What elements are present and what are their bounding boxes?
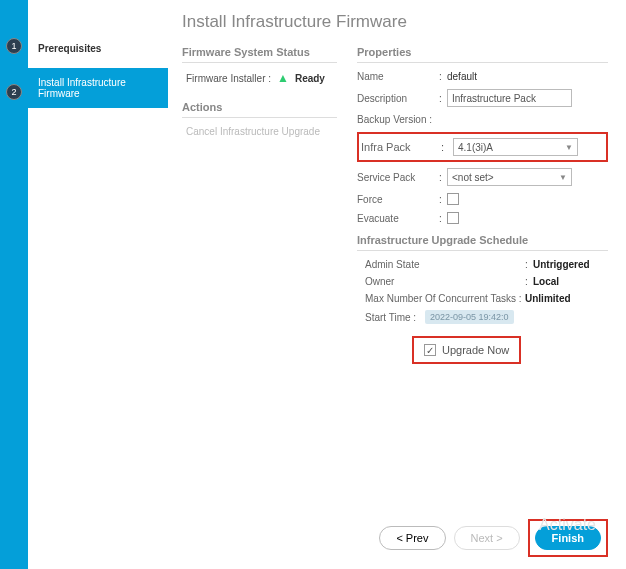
- prop-name-value: default: [447, 71, 477, 82]
- force-label: Force: [357, 194, 439, 205]
- evacuate-checkbox[interactable]: [447, 212, 459, 224]
- next-button: Next >: [454, 526, 520, 550]
- schedule-head: Infrastructure Upgrade Schedule: [357, 234, 608, 251]
- wizard-footer: < Prev Next > Finish: [182, 507, 608, 557]
- page-title: Install Infrastructure Firmware: [182, 12, 608, 32]
- start-time-value[interactable]: 2022-09-05 19:42:0: [425, 310, 514, 324]
- main-panel: Install Infrastructure Firmware Firmware…: [168, 0, 626, 569]
- upgrade-now-highlight: ✓ Upgrade Now: [412, 336, 521, 364]
- upgrade-now-checkbox[interactable]: ✓: [424, 344, 436, 356]
- owner-value: Local: [533, 276, 559, 287]
- infra-pack-label: Infra Pack: [361, 141, 437, 153]
- step-rail: 1 2: [0, 0, 28, 569]
- backup-version-label: Backup Version :: [357, 114, 457, 125]
- service-pack-select[interactable]: <not set> ▼: [447, 168, 572, 186]
- sidebar-item-prerequisites[interactable]: Prerequisites: [28, 28, 168, 68]
- firmware-status-head: Firmware System Status: [182, 46, 337, 63]
- actions-head: Actions: [182, 101, 337, 118]
- right-column: Properties Name : default Description : …: [357, 46, 608, 507]
- prop-desc-row: Description : Infrastructure Pack: [357, 89, 608, 107]
- prop-desc-label: Description: [357, 93, 439, 104]
- prop-name-row: Name : default: [357, 71, 608, 82]
- start-time-row: Start Time : 2022-09-05 19:42:0: [365, 310, 608, 324]
- firmware-installer-label: Firmware Installer :: [186, 73, 271, 84]
- service-pack-value: <not set>: [452, 172, 494, 183]
- infra-pack-highlight: Infra Pack : 4.1(3i)A ▼: [357, 132, 608, 162]
- step-1-bubble[interactable]: 1: [6, 38, 22, 54]
- left-column: Firmware System Status Firmware Installe…: [182, 46, 337, 507]
- prop-name-label: Name: [357, 71, 439, 82]
- status-up-arrow-icon: ▲: [277, 71, 289, 85]
- cancel-upgrade-action: Cancel Infrastructure Upgrade: [186, 126, 337, 137]
- finish-highlight: Finish: [528, 519, 608, 557]
- properties-head: Properties: [357, 46, 608, 63]
- sidebar-item-install-firmware[interactable]: Install Infrastructure Firmware: [28, 68, 168, 108]
- step-2-bubble[interactable]: 2: [6, 84, 22, 100]
- force-checkbox[interactable]: [447, 193, 459, 205]
- service-pack-label: Service Pack: [357, 172, 439, 183]
- firmware-installer-status: Ready: [295, 73, 325, 84]
- start-time-label: Start Time :: [365, 312, 425, 323]
- admin-state-row: Admin State : Untriggered: [365, 259, 608, 270]
- force-row: Force :: [357, 193, 608, 205]
- prop-backup-row: Backup Version :: [357, 114, 608, 125]
- prev-button[interactable]: < Prev: [379, 526, 445, 550]
- service-pack-row: Service Pack : <not set> ▼: [357, 168, 608, 186]
- max-tasks-value: Unlimited: [525, 293, 571, 304]
- evacuate-label: Evacuate: [357, 213, 439, 224]
- owner-label: Owner: [365, 276, 525, 287]
- finish-button[interactable]: Finish: [535, 526, 601, 550]
- chevron-down-icon: ▼: [565, 143, 573, 152]
- description-input[interactable]: Infrastructure Pack: [447, 89, 572, 107]
- admin-state-label: Admin State: [365, 259, 525, 270]
- max-tasks-row: Max Number Of Concurrent Tasks : Unlimit…: [365, 293, 608, 304]
- admin-state-value: Untriggered: [533, 259, 590, 270]
- chevron-down-icon: ▼: [559, 173, 567, 182]
- owner-row: Owner : Local: [365, 276, 608, 287]
- upgrade-now-label: Upgrade Now: [442, 344, 509, 356]
- sidebar: Prerequisites Install Infrastructure Fir…: [28, 0, 168, 569]
- evacuate-row: Evacuate :: [357, 212, 608, 224]
- infra-pack-select[interactable]: 4.1(3i)A ▼: [453, 138, 578, 156]
- max-tasks-label: Max Number Of Concurrent Tasks :: [365, 293, 525, 304]
- infra-pack-value: 4.1(3i)A: [458, 142, 493, 153]
- firmware-installer-row: Firmware Installer : ▲ Ready: [186, 71, 337, 85]
